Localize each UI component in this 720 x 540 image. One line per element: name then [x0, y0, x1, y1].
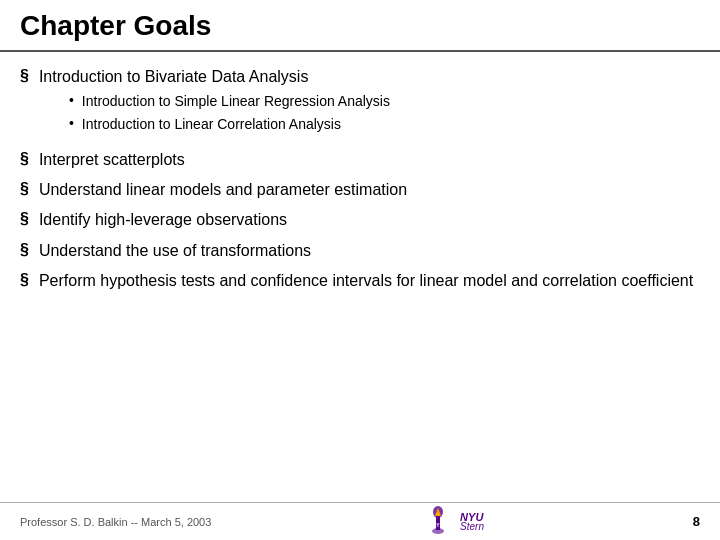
sub-bullet-symbol: •: [69, 115, 74, 131]
bullet-main-text: Interpret scatterplots: [39, 151, 185, 168]
bullet-main-text: Understand linear models and parameter e…: [39, 181, 407, 198]
bullet-main-text: Understand the use of transformations: [39, 242, 311, 259]
stern-label: Stern: [460, 521, 484, 532]
footer-logo: NYU NYU Stern: [420, 504, 484, 540]
sub-bullet-symbol: •: [69, 92, 74, 108]
bullet-symbol: §: [20, 67, 29, 85]
main-bullet-item: §Understand linear models and parameter …: [20, 179, 700, 201]
sub-bullet-item: •Introduction to Linear Correlation Anal…: [69, 115, 390, 135]
slide-footer: Professor S. D. Balkin -- March 5, 2003 …: [0, 502, 720, 540]
sub-bullet-text: Introduction to Simple Linear Regression…: [82, 92, 390, 112]
slide-title: Chapter Goals: [20, 10, 211, 41]
bullet-symbol: §: [20, 150, 29, 168]
bullet-main-text: Perform hypothesis tests and confidence …: [39, 272, 693, 289]
main-bullet-item: §Perform hypothesis tests and confidence…: [20, 270, 700, 292]
footer-page-number: 8: [693, 514, 700, 529]
nyu-stern-label: NYU Stern: [460, 511, 484, 532]
svg-point-3: [432, 528, 444, 534]
bullet-symbol: §: [20, 180, 29, 198]
main-bullet-item: §Identify high-leverage observations: [20, 209, 700, 231]
bullet-text: Identify high-leverage observations: [39, 209, 287, 231]
bullet-text: Introduction to Bivariate Data Analysis•…: [39, 66, 390, 141]
bullet-text: Understand linear models and parameter e…: [39, 179, 407, 201]
slide-header: Chapter Goals: [0, 0, 720, 52]
slide-container: Chapter Goals §Introduction to Bivariate…: [0, 0, 720, 540]
bullet-text: Interpret scatterplots: [39, 149, 185, 171]
svg-text:NYU: NYU: [433, 522, 444, 528]
slide-content: §Introduction to Bivariate Data Analysis…: [0, 52, 720, 311]
bullet-text: Perform hypothesis tests and confidence …: [39, 270, 693, 292]
sub-bullet-item: •Introduction to Simple Linear Regressio…: [69, 92, 390, 112]
footer-professor: Professor S. D. Balkin -- March 5, 2003: [20, 516, 211, 528]
bullet-text: Understand the use of transformations: [39, 240, 311, 262]
bullet-symbol: §: [20, 271, 29, 289]
sub-bullets: •Introduction to Simple Linear Regressio…: [69, 92, 390, 134]
main-bullet-item: §Interpret scatterplots: [20, 149, 700, 171]
bullet-symbol: §: [20, 241, 29, 259]
main-bullet-item: §Introduction to Bivariate Data Analysis…: [20, 66, 700, 141]
nyu-torch-icon: NYU: [420, 504, 456, 540]
bullet-symbol: §: [20, 210, 29, 228]
bullet-main-text: Introduction to Bivariate Data Analysis: [39, 68, 308, 85]
main-bullet-item: §Understand the use of transformations: [20, 240, 700, 262]
bullet-main-text: Identify high-leverage observations: [39, 211, 287, 228]
sub-bullet-text: Introduction to Linear Correlation Analy…: [82, 115, 341, 135]
